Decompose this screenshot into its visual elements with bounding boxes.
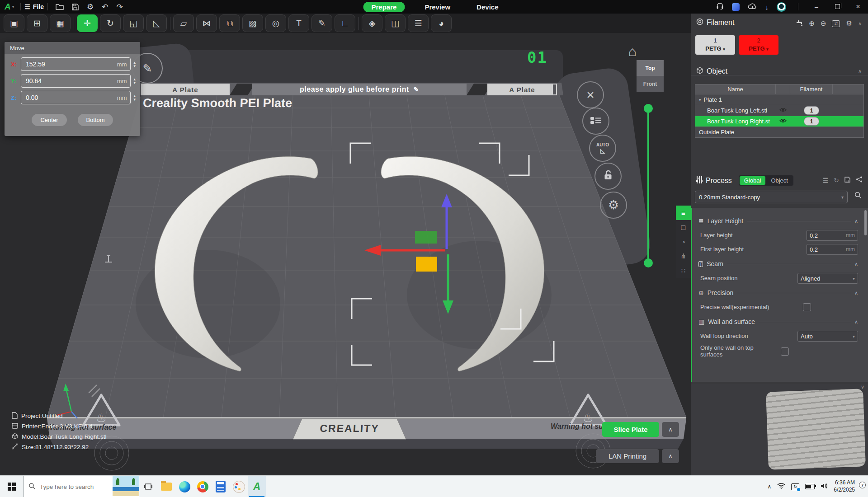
taskbar-clock[interactable]: 6:36 AM 6/2/2025 (834, 479, 855, 493)
reset-icon[interactable]: ↻ (834, 177, 839, 184)
filament-settings-icon[interactable]: ⚙ (846, 19, 852, 28)
taskbar-calculator[interactable] (212, 476, 230, 497)
lock-plate-button[interactable] (594, 163, 622, 190)
undo-icon[interactable]: ↶ (102, 2, 108, 12)
model-library-icon[interactable] (732, 3, 740, 11)
taskbar-paint[interactable] (230, 476, 248, 497)
cloud-upload-icon[interactable] (748, 3, 757, 11)
plate-slider-handle-bottom[interactable] (644, 258, 653, 267)
support-tool[interactable]: ◈ (362, 14, 382, 32)
volume-icon[interactable] (821, 483, 828, 491)
wall-loop-direction-select[interactable]: Auto ▾ (797, 331, 858, 342)
plate-tab-right[interactable]: A Plate (487, 84, 557, 95)
task-view-button[interactable] (139, 476, 157, 497)
view-front-button[interactable]: Front (637, 76, 664, 92)
move-z-input[interactable] (25, 94, 117, 102)
viewport-3d[interactable]: ♨ ♨ (0, 33, 691, 475)
tab-preview[interactable]: Preview (418, 2, 457, 12)
printer-plate-tool[interactable]: ▣ (4, 14, 24, 32)
plate-slider-handle-top[interactable] (644, 104, 653, 113)
section-wall-surface[interactable]: ▥ Wall and surface ∧ (698, 316, 858, 328)
move-x-input[interactable] (25, 60, 117, 68)
preset-dropdown[interactable]: 0.20mm Standard-copy ▾ (695, 191, 848, 203)
mirror-tool[interactable]: ⋈ (196, 14, 217, 32)
collapse-icon[interactable]: ∧ (854, 261, 858, 267)
swap-filament-icon[interactable]: ⇄ (832, 20, 840, 27)
visibility-eye-icon[interactable] (779, 118, 787, 125)
move-tool[interactable]: ✛ (77, 14, 98, 32)
section-precision[interactable]: ⊕ Precision ∧ (698, 287, 858, 299)
search-highlight-image[interactable] (113, 476, 139, 496)
tab-strength[interactable]: ◻ (676, 220, 691, 234)
add-filament-icon[interactable]: ⊕ (809, 19, 815, 28)
layers-tool[interactable]: ☰ (408, 14, 429, 32)
add-model-tool[interactable]: ⊞ (27, 14, 47, 32)
delete-plate-button[interactable]: × (577, 81, 604, 108)
center-button[interactable]: Center (32, 114, 67, 126)
edit-glue-pencil-icon[interactable]: ✎ (414, 86, 419, 93)
only-one-wall-checkbox[interactable] (781, 347, 789, 356)
table-row-plate-1[interactable]: ▾Plate 1 (695, 94, 863, 105)
window-close-button[interactable]: × (852, 2, 864, 11)
table-row-outside-plate[interactable]: Outside Plate (695, 127, 863, 137)
user-avatar[interactable] (777, 2, 786, 12)
measure-tool[interactable]: ∟ (335, 14, 355, 32)
tab-device[interactable]: Device (470, 2, 505, 12)
move-y-input[interactable] (25, 77, 117, 85)
gizmo-free-handle[interactable] (416, 257, 437, 272)
taskbar-edge[interactable] (175, 476, 193, 497)
rotate-tool[interactable]: ↻ (100, 14, 121, 32)
window-minimize-button[interactable]: – (810, 3, 823, 10)
table-row-tusk-left[interactable]: Boar Tusk Long Left.stl 1 (695, 105, 863, 116)
section-layer-height[interactable]: ≣ Layer Height ∧ (698, 215, 858, 227)
plate-gear-button[interactable]: ⚙ (600, 192, 627, 219)
filament-badge[interactable]: 1 (804, 117, 819, 126)
preset-list-icon[interactable]: ☰ (823, 177, 829, 184)
tab-prepare[interactable]: Prepare (363, 2, 405, 12)
plate-tab-left[interactable]: A Plate (141, 84, 230, 95)
taskbar-creality-print[interactable]: A (248, 476, 266, 497)
layer-height-input[interactable] (807, 232, 838, 239)
visibility-eye-icon[interactable] (779, 107, 787, 114)
filament-slot-2[interactable]: 2 PETG ▾ (739, 35, 778, 55)
scope-object[interactable]: Object (766, 176, 793, 185)
z-stepper[interactable]: ▴▾ (133, 94, 136, 101)
battery-icon[interactable] (805, 484, 815, 489)
settings-scrollbar[interactable] (864, 210, 867, 235)
lay-on-face-tool[interactable]: ◺ (146, 14, 167, 32)
home-view-button[interactable]: ⌂ (628, 44, 637, 59)
tab-support[interactable]: ⋔ (676, 249, 691, 263)
tab-speed[interactable]: ◔ (676, 234, 691, 249)
scope-global[interactable]: Global (740, 176, 766, 185)
first-layer-height-input[interactable] (807, 246, 838, 253)
collapse-filament-icon[interactable]: ∧ (858, 21, 862, 27)
wifi-icon[interactable] (777, 483, 785, 491)
filament-slot-1[interactable]: 1 PETG ▾ (695, 35, 735, 55)
support-headset-icon[interactable] (716, 3, 724, 11)
tab-others[interactable]: ∷ (676, 263, 691, 278)
lan-options-button[interactable]: ∧ (662, 449, 679, 463)
tray-expand-icon[interactable]: ∧ (767, 483, 771, 490)
window-restore-button[interactable] (831, 3, 844, 10)
table-row-tusk-right-selected[interactable]: Boar Tusk Long Right.st 1 (695, 116, 863, 127)
search-input[interactable] (39, 483, 99, 491)
x-stepper[interactable]: ▴▾ (133, 61, 136, 68)
lan-printing-button[interactable]: LAN Printing (596, 449, 659, 463)
text-tool[interactable]: T (288, 14, 309, 32)
drawing-tool[interactable]: ✎ (311, 14, 332, 32)
search-preset-icon[interactable] (854, 192, 862, 201)
filament-refill-icon[interactable] (796, 20, 803, 28)
file-menu[interactable]: ☰ File (24, 3, 44, 10)
slice-plate-button[interactable]: Slice Plate (602, 422, 659, 437)
download-icon[interactable]: ↓ (765, 3, 769, 11)
tab-quality[interactable]: ≡ (676, 206, 691, 220)
slice-options-button[interactable]: ∧ (662, 422, 679, 437)
gizmo-xy-plane-handle[interactable] (415, 231, 437, 244)
collapse-icon[interactable]: ∧ (854, 290, 858, 296)
expander-icon[interactable]: ▾ (699, 98, 701, 102)
collapse-icon[interactable]: ∧ (854, 319, 858, 325)
plate-settings-button[interactable] (582, 108, 609, 135)
sync-tray-icon[interactable]: ↻ (791, 483, 799, 490)
taskbar-chrome[interactable] (193, 476, 212, 497)
save-icon[interactable] (72, 4, 79, 10)
